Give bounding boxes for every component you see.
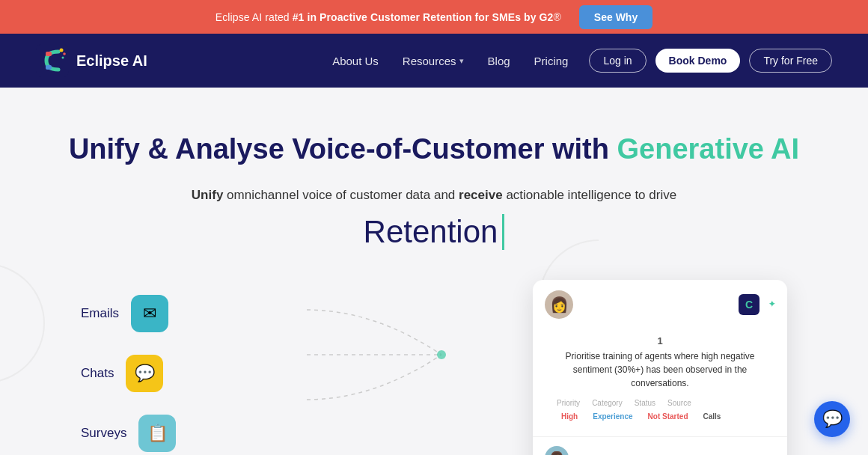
card-avatar-1: 👩 <box>545 290 573 319</box>
book-demo-button[interactable]: Book Demo <box>655 49 741 73</box>
see-why-button[interactable]: See Why <box>579 5 652 29</box>
card-item-2-header: 👩 <box>545 446 775 455</box>
banner-text: Eclipse AI rated #1 in Proactive Custome… <box>216 11 561 23</box>
email-icon: ✉ <box>131 295 168 332</box>
card-item-1-num: 1 <box>545 335 775 346</box>
nav-about-us[interactable]: About Us <box>332 55 379 67</box>
card-item-1: 1 Prioritise training of agents where hi… <box>533 326 787 437</box>
card-tags-header: Priority Category Status Source <box>545 396 775 410</box>
channel-list: Emails ✉ Chats 💬 Surveys 📋 <box>81 280 216 452</box>
nav-links: About Us Resources ▾ Blog Pricing <box>332 55 568 67</box>
channel-surveys-label: Surveys <box>81 426 126 441</box>
svg-rect-5 <box>46 65 52 70</box>
content-area: Emails ✉ Chats 💬 Surveys 📋 <box>36 280 832 455</box>
insight-card: 👩 C ✦ 1 Prioritise training of agents wh… <box>533 280 787 455</box>
logo[interactable]: Eclipse AI <box>36 44 147 77</box>
svg-rect-4 <box>46 52 52 56</box>
logo-text: Eclipse AI <box>76 52 147 70</box>
card-tags-1: High Experience Not Started Calls <box>545 410 775 427</box>
chevron-down-icon: ▾ <box>459 56 464 66</box>
svg-point-1 <box>60 49 64 52</box>
chat-icon: 💬 <box>126 355 163 392</box>
survey-icon: 📋 <box>138 415 176 452</box>
tag-priority-high: High <box>557 412 582 421</box>
channel-chats[interactable]: Chats 💬 <box>81 355 216 392</box>
channel-chats-label: Chats <box>81 366 114 381</box>
card-item-2: 👩 2 Negative sentiment surged in the fir… <box>533 437 787 455</box>
tag-category-experience: Experience <box>588 412 637 421</box>
login-button[interactable]: Log in <box>589 49 646 73</box>
try-free-button[interactable]: Try for Free <box>749 49 832 73</box>
card-avatar-2: 👩 <box>545 446 569 455</box>
svg-point-2 <box>63 52 66 55</box>
nav-resources[interactable]: Resources ▾ <box>403 55 464 67</box>
tag-status-not-started: Not Started <box>644 412 693 421</box>
nav-pricing[interactable]: Pricing <box>534 55 569 67</box>
logo-icon <box>36 44 69 77</box>
card-header: 👩 C ✦ <box>533 280 787 326</box>
svg-point-6 <box>437 350 446 359</box>
text-cursor <box>502 214 504 250</box>
navbar: Eclipse AI About Us Resources ▾ Blog Pri… <box>0 34 868 88</box>
hero-title: Unify & Analyse Voice-of-Customer with G… <box>36 132 832 167</box>
card-logo-mini: C <box>739 294 760 315</box>
channel-emails[interactable]: Emails ✉ <box>81 295 216 332</box>
hero-subtitle: Unify omnichannel voice of customer data… <box>36 185 832 205</box>
hero-animated-word: Retention <box>36 214 832 250</box>
svg-point-3 <box>62 57 64 59</box>
connector-lines <box>299 287 449 422</box>
top-banner: Eclipse AI rated #1 in Proactive Custome… <box>0 0 868 34</box>
channel-surveys[interactable]: Surveys 📋 <box>81 415 216 452</box>
tag-source-calls: Calls <box>699 412 726 421</box>
chat-widget[interactable]: 💬 <box>814 401 850 437</box>
channel-emails-label: Emails <box>81 306 119 321</box>
hero-section: Unify & Analyse Voice-of-Customer with G… <box>0 88 868 455</box>
nav-blog[interactable]: Blog <box>488 55 510 67</box>
connector <box>216 280 533 430</box>
card-item-1-text: Prioritise training of agents where high… <box>545 349 775 390</box>
nav-actions: Log in Book Demo Try for Free <box>589 49 832 73</box>
svg-rect-0 <box>36 44 69 77</box>
